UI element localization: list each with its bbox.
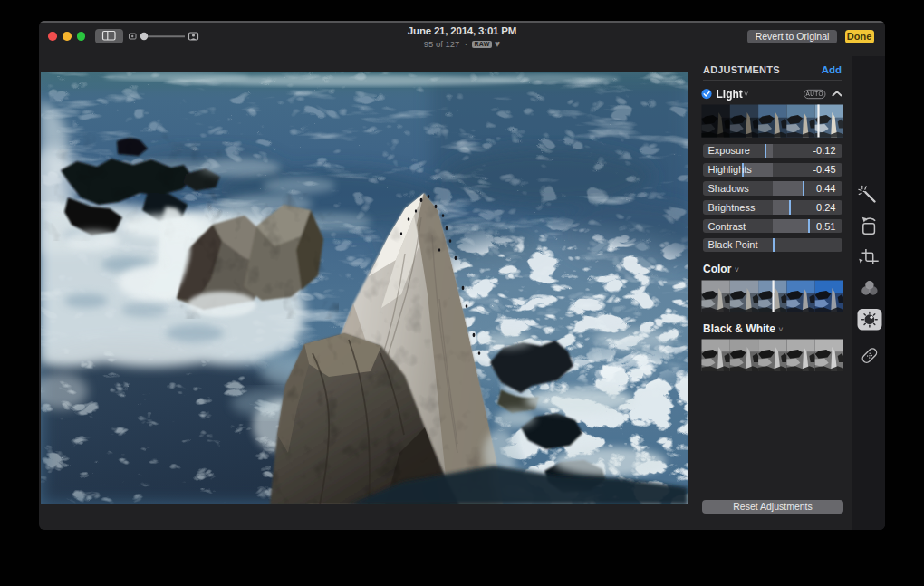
- svg-text:AUTO: AUTO: [806, 91, 823, 97]
- svg-text:Light: Light: [717, 88, 743, 101]
- svg-text:˅: ˅: [744, 90, 748, 99]
